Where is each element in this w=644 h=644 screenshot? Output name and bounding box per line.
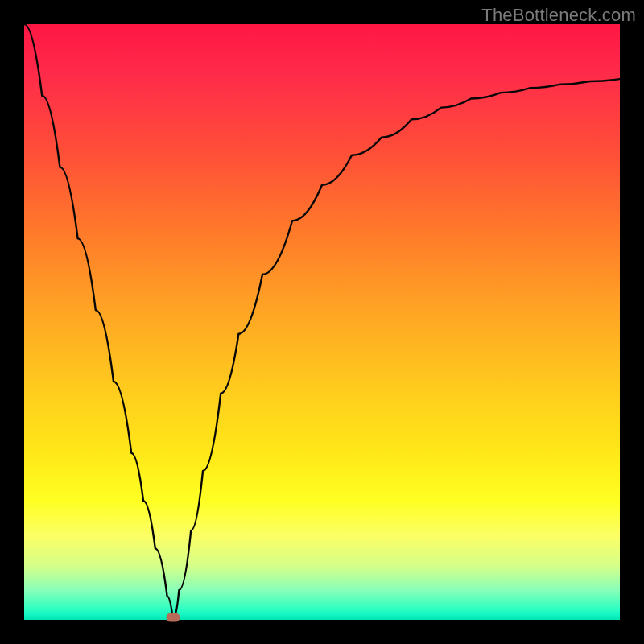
curve-line	[24, 24, 620, 620]
chart-frame: TheBottleneck.com	[0, 0, 644, 644]
plot-area	[24, 24, 620, 620]
curve-svg	[24, 24, 620, 620]
minimum-marker	[167, 613, 180, 622]
watermark-text: TheBottleneck.com	[481, 5, 636, 26]
